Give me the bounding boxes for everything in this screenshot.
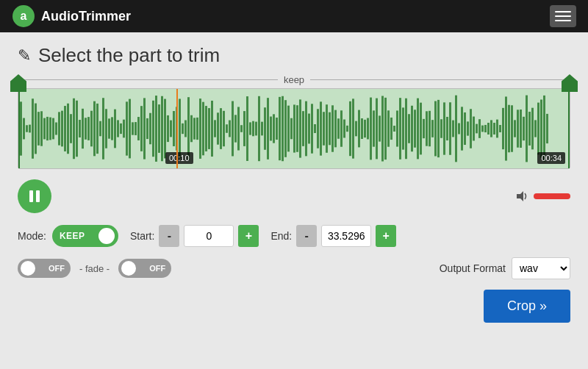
- svg-rect-42: [137, 117, 140, 140]
- svg-rect-94: [290, 118, 293, 140]
- start-minus-button[interactable]: -: [159, 225, 179, 247]
- svg-rect-60: [190, 115, 193, 143]
- svg-rect-174: [526, 96, 528, 162]
- keep-label-row: keep: [18, 74, 570, 85]
- end-minus-button[interactable]: -: [296, 225, 317, 247]
- svg-rect-137: [417, 98, 419, 160]
- fade-out-state: OFF: [149, 264, 165, 273]
- svg-rect-139: [423, 119, 425, 138]
- svg-rect-109: [334, 110, 337, 148]
- svg-rect-13: [52, 118, 54, 140]
- svg-rect-75: [234, 115, 237, 142]
- svg-rect-116: [355, 121, 357, 137]
- volume-bar[interactable]: [534, 193, 570, 199]
- keep-line-left: [18, 79, 278, 80]
- svg-rect-156: [473, 117, 475, 141]
- svg-rect-108: [331, 105, 334, 151]
- svg-rect-53: [170, 121, 172, 137]
- hamburger-button[interactable]: [550, 5, 576, 27]
- svg-rect-120: [367, 118, 369, 140]
- fade-in-toggle[interactable]: OFF: [18, 259, 71, 278]
- fade-out-toggle[interactable]: OFF: [118, 259, 171, 278]
- page-title: Select the part to trim: [38, 44, 220, 67]
- svg-rect-76: [237, 107, 240, 150]
- output-format-select[interactable]: wav mp3 ogg flac: [512, 257, 570, 279]
- svg-rect-88: [273, 114, 275, 143]
- settings-row: Mode: KEEP Start: - + End: - +: [18, 225, 570, 247]
- end-input[interactable]: [321, 225, 371, 247]
- svg-rect-38: [126, 101, 128, 155]
- svg-rect-41: [135, 122, 137, 135]
- crop-button[interactable]: Crop »: [484, 290, 570, 323]
- svg-rect-43: [140, 106, 143, 151]
- svg-rect-25: [87, 117, 90, 140]
- end-plus-button[interactable]: +: [376, 225, 396, 247]
- title-row: ✎ Select the part to trim: [18, 44, 570, 67]
- svg-rect-140: [426, 111, 428, 146]
- svg-rect-68: [214, 120, 216, 137]
- svg-rect-100: [308, 114, 310, 144]
- svg-rect-89: [276, 118, 278, 140]
- play-pause-button[interactable]: [18, 179, 51, 213]
- svg-rect-79: [246, 96, 248, 161]
- mode-toggle[interactable]: KEEP: [52, 225, 118, 247]
- svg-rect-57: [182, 123, 184, 134]
- svg-text:a: a: [21, 10, 27, 22]
- fade-in-state: OFF: [49, 264, 65, 273]
- svg-rect-26: [90, 111, 93, 147]
- svg-rect-59: [187, 97, 190, 160]
- output-format-label: Output Format: [440, 262, 506, 274]
- keep-label: keep: [278, 74, 310, 85]
- crop-button-row: Crop »: [18, 290, 570, 323]
- svg-rect-86: [267, 98, 269, 160]
- svg-rect-62: [196, 118, 198, 140]
- svg-rect-121: [370, 98, 372, 160]
- svg-rect-9: [40, 111, 43, 146]
- svg-rect-70: [220, 108, 222, 149]
- svg-rect-91: [282, 96, 284, 161]
- svg-rect-85: [264, 107, 266, 150]
- svg-rect-2: [20, 101, 22, 155]
- svg-rect-99: [305, 101, 307, 157]
- svg-rect-178: [537, 103, 539, 155]
- svg-rect-102: [314, 124, 316, 133]
- svg-rect-56: [179, 98, 181, 158]
- svg-rect-126: [384, 98, 387, 160]
- waveform-container[interactable]: (function() { var bars = 180; var w = 75…: [18, 88, 570, 169]
- svg-rect-93: [287, 106, 290, 152]
- svg-rect-138: [420, 103, 422, 155]
- svg-rect-45: [146, 118, 148, 139]
- keep-line-right: [310, 79, 570, 80]
- svg-rect-165: [499, 125, 501, 132]
- svg-rect-179: [540, 99, 542, 157]
- svg-rect-21: [76, 101, 78, 157]
- svg-rect-114: [349, 101, 351, 156]
- svg-rect-74: [232, 101, 234, 157]
- svg-rect-18: [67, 104, 69, 154]
- playhead[interactable]: [176, 89, 178, 168]
- svg-rect-30: [102, 98, 104, 160]
- svg-rect-28: [96, 104, 98, 154]
- svg-rect-110: [337, 118, 340, 139]
- svg-rect-23: [82, 109, 84, 148]
- mode-keep-text: KEEP: [60, 231, 85, 241]
- svg-rect-115: [352, 98, 354, 158]
- volume-area: [516, 190, 570, 203]
- svg-rect-162: [490, 120, 492, 137]
- svg-rect-105: [323, 112, 325, 146]
- svg-rect-31: [105, 109, 107, 148]
- start-input[interactable]: [184, 225, 234, 247]
- svg-rect-177: [534, 120, 537, 137]
- svg-rect-106: [326, 104, 328, 153]
- start-plus-button[interactable]: +: [238, 225, 259, 247]
- svg-rect-104: [320, 101, 322, 155]
- svg-rect-64: [202, 102, 204, 156]
- svg-rect-77: [240, 125, 243, 132]
- svg-rect-17: [64, 106, 66, 151]
- svg-rect-107: [329, 112, 331, 146]
- svg-rect-143: [434, 101, 437, 157]
- svg-rect-67: [211, 101, 213, 157]
- hamburger-line-2: [555, 15, 571, 17]
- svg-rect-151: [458, 123, 460, 135]
- svg-rect-46: [149, 113, 151, 145]
